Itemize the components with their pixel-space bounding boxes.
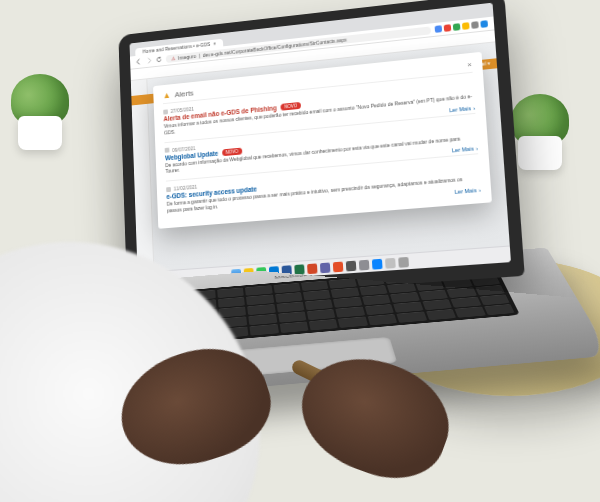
dock-trash-icon[interactable]: [398, 256, 409, 267]
url-text: dev.e-gds.net/CorporateBackOffice/Config…: [203, 36, 347, 57]
ext-icon[interactable]: [471, 21, 479, 29]
laptop-screen: Home and Reservations • e-GDS × ⚠ Insegu…: [130, 3, 511, 288]
alert-title: Webglobal Update: [165, 149, 218, 161]
browser-tab[interactable]: Home and Reservations • e-GDS ×: [135, 39, 223, 56]
dock-teams-icon[interactable]: [319, 262, 329, 273]
reload-icon[interactable]: [156, 56, 163, 63]
close-icon[interactable]: ×: [467, 59, 472, 68]
dock-safari-icon[interactable]: [371, 258, 382, 269]
read-more-link[interactable]: Ler Mais: [452, 145, 478, 153]
dock-excel-icon[interactable]: [294, 264, 304, 275]
modal-title: Alerts: [174, 88, 193, 99]
read-more-link[interactable]: Ler Mais: [455, 186, 481, 194]
new-badge: NOVO: [280, 102, 301, 111]
app-sidebar: [131, 79, 154, 272]
warning-icon: ▲: [162, 90, 171, 100]
back-icon[interactable]: [136, 58, 143, 65]
dock-settings-icon[interactable]: [358, 259, 369, 270]
laptop-screen-frame: Home and Reservations • e-GDS × ⚠ Insegu…: [118, 0, 524, 302]
alert-title: e-GDS: security access update: [166, 185, 257, 199]
dock-app-icon[interactable]: [345, 260, 356, 271]
alerts-modal: ▲ Alerts × 27/05/2021 Alerta de email nã…: [153, 52, 492, 228]
url-security-label: Inseguro: [178, 53, 196, 61]
insecure-icon: ⚠: [171, 55, 175, 61]
dock-app-icon[interactable]: [384, 257, 395, 268]
ext-icon[interactable]: [480, 20, 488, 28]
app-viewport: Seleccionar hotel ▾ ▲ Alerts × 27/05/202…: [130, 30, 509, 272]
new-badge: NOVO: [222, 147, 243, 156]
plant-left: [10, 70, 70, 150]
read-more-link[interactable]: Ler Mais: [449, 104, 475, 112]
tab-title: Home and Reservations • e-GDS: [142, 41, 210, 54]
ext-icon[interactable]: [462, 22, 470, 30]
forward-icon[interactable]: [146, 57, 153, 64]
ext-icon[interactable]: [444, 24, 452, 32]
close-tab-icon[interactable]: ×: [213, 40, 216, 46]
dock-app-icon[interactable]: [332, 261, 343, 272]
ext-icon[interactable]: [453, 23, 461, 31]
alert-title: Alerta de email não e-GDS de Phishing: [163, 104, 276, 122]
dock-powerpoint-icon[interactable]: [307, 263, 317, 274]
ext-icon[interactable]: [435, 25, 443, 33]
